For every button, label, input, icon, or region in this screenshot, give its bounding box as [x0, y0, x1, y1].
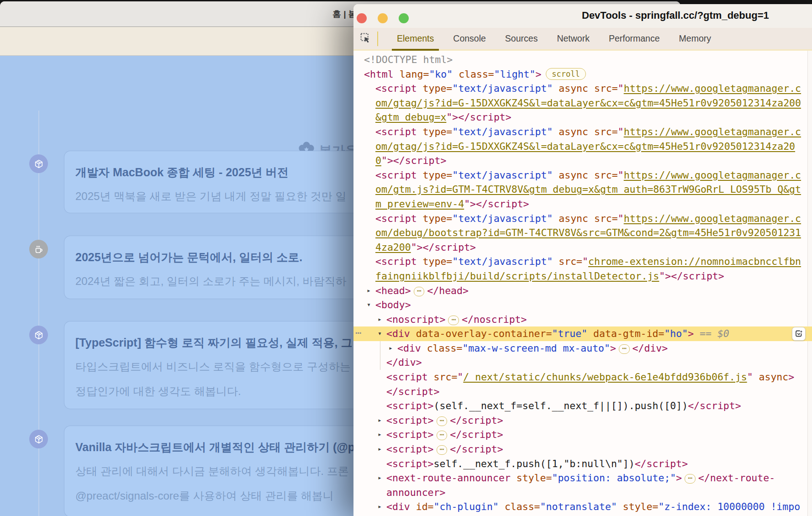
- code-token: "light": [494, 68, 536, 80]
- dom-tree-row[interactable]: m_preview=env-4"></script>: [353, 197, 812, 211]
- ellipsis-expand-icon[interactable]: ⋯: [448, 316, 459, 325]
- ellipsis-expand-icon[interactable]: ⋯: [437, 416, 448, 426]
- code-token: ": [618, 126, 624, 137]
- scroll-badge[interactable]: scroll: [546, 68, 585, 80]
- code-token: announcer>: [386, 487, 445, 498]
- dom-tree-row[interactable]: 4za200"></script>: [353, 240, 812, 255]
- dom-tree-row[interactable]: ▸<noscript>⋯</noscript>: [353, 312, 812, 327]
- dom-tree-row[interactable]: </script>: [353, 384, 812, 399]
- code-token: src=: [428, 371, 458, 383]
- dom-tree-row[interactable]: ▸<div id="ch-plugin" class="notranslate"…: [353, 500, 812, 514]
- code-token: </head>: [427, 285, 469, 296]
- code-token: >: [788, 371, 794, 383]
- ai-assistance-button[interactable]: [792, 327, 806, 341]
- code-token: style=: [511, 472, 552, 484]
- dom-tree-row[interactable]: <script type="text/javascript" async src…: [353, 211, 812, 226]
- code-token: <script>: [386, 458, 434, 469]
- dom-tree-row[interactable]: ▸<script>⋯</script>: [353, 427, 812, 442]
- dom-tree-row[interactable]: <!DOCTYPE html>: [353, 53, 812, 67]
- dom-tree-row[interactable]: ▾⋯<div data-overlay-container="true" dat…: [353, 326, 812, 341]
- code-token: "notranslate": [540, 501, 617, 512]
- dom-tree-row[interactable]: om/gtm.js?id=GTM-T4CTRV8V&gtm_debug=x&gt…: [353, 182, 812, 197]
- dom-tree-row[interactable]: <html lang="ko" class="light">scroll: [353, 67, 812, 82]
- code-token: <script: [375, 83, 417, 94]
- collapse-arrow-icon[interactable]: ▾: [367, 298, 371, 312]
- dom-tree-row[interactable]: 0"></script>: [353, 153, 812, 168]
- package-icon: [29, 154, 48, 173]
- code-token: 0: [375, 155, 381, 166]
- dom-tree-row[interactable]: <script>(self.__next_f=self.__next_f||[]…: [353, 399, 812, 413]
- code-token: async: [553, 213, 588, 224]
- code-token: src=: [588, 213, 618, 224]
- ellipsis-expand-icon[interactable]: ⋯: [685, 474, 696, 484]
- dom-tree-row[interactable]: </div>: [353, 355, 812, 370]
- ellipsis-expand-icon[interactable]: ⋯: [414, 287, 425, 296]
- code-token: $0: [717, 328, 729, 339]
- collapse-arrow-icon[interactable]: ▾: [378, 326, 382, 341]
- code-token: m_preview=env-4: [375, 198, 464, 210]
- tab-console[interactable]: Console: [443, 28, 496, 49]
- code-token: </script>: [450, 415, 503, 426]
- devtools-tabbar: ElementsConsoleSourcesNetworkPerformance…: [353, 28, 812, 51]
- dom-tree-row[interactable]: announcer>: [353, 485, 812, 500]
- dom-tree-row[interactable]: ▸<head>⋯</head>: [353, 284, 812, 298]
- ellipsis-expand-icon[interactable]: ⋯: [437, 445, 448, 455]
- code-token: </script>: [635, 458, 688, 469]
- ellipsis-expand-icon[interactable]: ⋯: [437, 431, 448, 440]
- ellipsis-expand-icon[interactable]: ⋯: [619, 344, 630, 354]
- dom-tree-row[interactable]: rtant;">⋯</div>: [353, 514, 812, 516]
- dom-tree-row[interactable]: <script>self.__next_f.push([1,"b:null\n"…: [353, 457, 812, 471]
- code-token: async: [753, 371, 789, 383]
- dom-tree-row[interactable]: om/gtag/js?id=G-15DXXGKZ4S&l=dataLayer&c…: [353, 139, 812, 154]
- expand-arrow-icon[interactable]: ▸: [378, 427, 382, 442]
- node-menu-icon[interactable]: ⋯: [355, 326, 361, 340]
- dom-tree-row[interactable]: ▸<script>⋯</script>: [353, 442, 812, 457]
- code-token: async: [553, 83, 588, 94]
- dom-tree-row[interactable]: om/gtag/js?id=G-15DXXGKZ4S&l=dataLayer&c…: [353, 96, 812, 111]
- elements-tree: <!DOCTYPE html><html lang="ko" class="li…: [353, 51, 812, 516]
- code-token: om/gtag/js?id=G-15DXXGKZ4S&l=dataLayer&c…: [375, 141, 795, 152]
- tab-sources[interactable]: Sources: [496, 28, 548, 49]
- code-token: src=: [588, 169, 618, 181]
- dom-tree-row[interactable]: om/debug/bootstrap?id=GTM-T4CTRV8V&src=G…: [353, 226, 812, 240]
- dom-tree-row[interactable]: ▸<next-route-announcer style="position: …: [353, 471, 812, 485]
- expand-arrow-icon[interactable]: ▸: [389, 341, 393, 356]
- code-token: <div: [386, 501, 410, 512]
- dom-tree-row[interactable]: <script type="text/javascript" async src…: [353, 168, 812, 183]
- expand-arrow-icon[interactable]: ▸: [367, 284, 371, 298]
- code-token: </script>: [450, 429, 503, 440]
- dom-tree-row[interactable]: ▸<div class="max-w-screen-md mx-auto">⋯<…: [353, 341, 812, 356]
- tab-network[interactable]: Network: [547, 28, 599, 49]
- dom-tree-row[interactable]: ▾<body>: [353, 298, 812, 312]
- dom-tree-row[interactable]: <script src="/_next/static/chunks/webpac…: [353, 370, 812, 384]
- expand-arrow-icon[interactable]: ▸: [378, 312, 382, 327]
- code-token: (self.__next_f=self.__next_f||[]).push([…: [434, 400, 688, 411]
- code-token: "></script>: [464, 198, 529, 210]
- code-token: "text/javascript": [452, 169, 553, 181]
- dom-tree-row[interactable]: <script type="text/javascript" async src…: [353, 125, 812, 139]
- code-token: class=: [499, 501, 540, 512]
- code-token: ": [618, 213, 624, 224]
- expand-arrow-icon[interactable]: ▸: [378, 500, 382, 514]
- traffic-light-zoom-icon[interactable]: [399, 13, 409, 23]
- code-token: https://www.googletagmanager.c: [624, 169, 801, 181]
- traffic-light-close-icon[interactable]: [357, 13, 367, 23]
- code-token: <head>: [375, 285, 411, 296]
- code-token: <script: [386, 371, 428, 383]
- inspect-element-button[interactable]: [357, 31, 374, 47]
- tab-performance[interactable]: Performance: [599, 28, 670, 49]
- expand-arrow-icon[interactable]: ▸: [378, 413, 382, 428]
- dom-tree-row[interactable]: <script type="text/javascript" async src…: [353, 81, 812, 96]
- dom-tree-row[interactable]: &gtm_debug=x"></script>: [353, 110, 812, 125]
- code-token: "text/javascript": [452, 83, 553, 94]
- dom-tree-row[interactable]: ▸<script>⋯</script>: [353, 413, 812, 428]
- tab-memory[interactable]: Memory: [670, 28, 721, 49]
- dom-tree-row[interactable]: <script type="text/javascript" src="chro…: [353, 254, 812, 269]
- dom-tree-row[interactable]: faingniikblfbji/build/scripts/installDet…: [353, 269, 812, 284]
- traffic-light-minimize-icon[interactable]: [378, 13, 388, 23]
- code-token: src=: [588, 83, 618, 94]
- expand-arrow-icon[interactable]: ▸: [378, 471, 382, 485]
- tab-elements[interactable]: Elements: [387, 28, 443, 49]
- code-token: <script: [375, 213, 417, 224]
- expand-arrow-icon[interactable]: ▸: [378, 442, 382, 457]
